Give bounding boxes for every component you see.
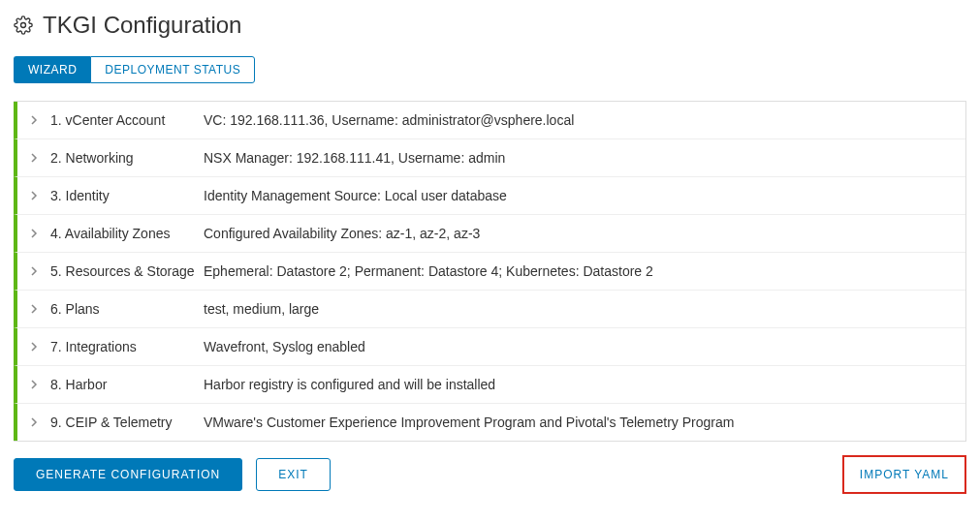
chevron-right-icon bbox=[27, 302, 41, 316]
tab-bar: WIZARD DEPLOYMENT STATUS bbox=[14, 56, 966, 83]
import-yaml-button[interactable]: IMPORT YAML bbox=[848, 459, 961, 490]
generate-configuration-button[interactable]: GENERATE CONFIGURATION bbox=[14, 458, 242, 491]
step-desc: VMware's Customer Experience Improvement… bbox=[204, 415, 734, 430]
step-desc: Configured Availability Zones: az-1, az-… bbox=[204, 226, 480, 241]
step-desc: Wavefront, Syslog enabled bbox=[204, 339, 365, 354]
import-yaml-highlight: IMPORT YAML bbox=[842, 455, 966, 494]
step-identity[interactable]: 3. Identity Identity Management Source: … bbox=[14, 177, 965, 215]
step-ceip-telemetry[interactable]: 9. CEIP & Telemetry VMware's Customer Ex… bbox=[14, 404, 965, 441]
chevron-right-icon bbox=[27, 189, 41, 202]
chevron-right-icon bbox=[27, 415, 41, 429]
step-title: 8. Harbor bbox=[50, 377, 204, 392]
svg-point-0 bbox=[21, 23, 26, 28]
exit-button[interactable]: EXIT bbox=[256, 458, 331, 491]
chevron-right-icon bbox=[27, 151, 41, 165]
step-title: 3. Identity bbox=[50, 188, 204, 203]
footer-actions: GENERATE CONFIGURATION EXIT IMPORT YAML bbox=[14, 455, 966, 494]
chevron-right-icon bbox=[27, 340, 41, 353]
step-title: 6. Plans bbox=[50, 301, 204, 317]
tab-wizard[interactable]: WIZARD bbox=[14, 56, 90, 83]
step-title: 5. Resources & Storage bbox=[50, 263, 204, 279]
step-title: 4. Availability Zones bbox=[50, 226, 204, 241]
step-title: 1. vCenter Account bbox=[50, 112, 204, 128]
wizard-step-list: 1. vCenter Account VC: 192.168.111.36, U… bbox=[14, 101, 966, 442]
step-networking[interactable]: 2. Networking NSX Manager: 192.168.111.4… bbox=[14, 139, 965, 177]
chevron-right-icon bbox=[27, 227, 41, 240]
step-desc: test, medium, large bbox=[204, 301, 319, 317]
step-harbor[interactable]: 8. Harbor Harbor registry is configured … bbox=[14, 366, 965, 404]
page-header: TKGI Configuration bbox=[14, 12, 966, 39]
step-title: 7. Integrations bbox=[50, 339, 204, 354]
step-vcenter-account[interactable]: 1. vCenter Account VC: 192.168.111.36, U… bbox=[14, 102, 965, 139]
step-desc: Ephemeral: Datastore 2; Permanent: Datas… bbox=[204, 263, 653, 279]
chevron-right-icon bbox=[27, 113, 41, 127]
gear-icon bbox=[14, 15, 33, 35]
tab-deployment-status[interactable]: DEPLOYMENT STATUS bbox=[90, 56, 255, 83]
step-desc: VC: 192.168.111.36, Username: administra… bbox=[204, 112, 574, 128]
step-availability-zones[interactable]: 4. Availability Zones Configured Availab… bbox=[14, 215, 965, 253]
chevron-right-icon bbox=[27, 378, 41, 391]
step-title: 9. CEIP & Telemetry bbox=[50, 415, 204, 430]
step-desc: Harbor registry is configured and will b… bbox=[204, 377, 495, 392]
chevron-right-icon bbox=[27, 264, 41, 278]
page-title: TKGI Configuration bbox=[43, 12, 241, 39]
step-desc: NSX Manager: 192.168.111.41, Username: a… bbox=[204, 150, 505, 166]
step-resources-storage[interactable]: 5. Resources & Storage Ephemeral: Datast… bbox=[14, 253, 965, 291]
step-title: 2. Networking bbox=[50, 150, 204, 166]
step-plans[interactable]: 6. Plans test, medium, large bbox=[14, 291, 965, 328]
step-integrations[interactable]: 7. Integrations Wavefront, Syslog enable… bbox=[14, 328, 965, 366]
step-desc: Identity Management Source: Local user d… bbox=[204, 188, 507, 203]
